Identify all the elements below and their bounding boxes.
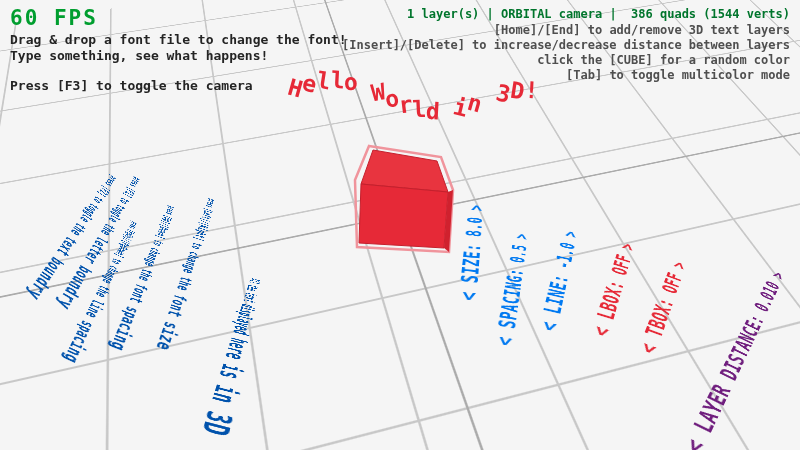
wave-letter: l <box>412 96 427 123</box>
instruction-type: Type something, see what happens! <box>10 48 268 63</box>
cube-front-face[interactable] <box>359 184 448 248</box>
instruction-drag-drop: Drag & drop a font file to change the fo… <box>10 32 347 47</box>
status-line: 1 layer(s) | ORBITAL camera | 386 quads … <box>407 7 790 21</box>
help-distance: [Insert]/[Delete] to increase/decrease d… <box>342 38 790 52</box>
help-multicolor: [Tab] to toggle multicolor mode <box>566 68 790 82</box>
text3d-demo-window: press [F2] to toggle the text boundrypre… <box>0 0 800 450</box>
fps-counter: 60 FPS <box>10 6 98 30</box>
instruction-camera: Press [F3] to toggle the camera <box>10 78 253 93</box>
help-layers: [Home]/[End] to add/remove 3D text layer… <box>494 23 790 37</box>
help-cube-color: click the [CUBE] for a random color <box>537 53 790 67</box>
wave-letter: ! <box>524 77 539 104</box>
